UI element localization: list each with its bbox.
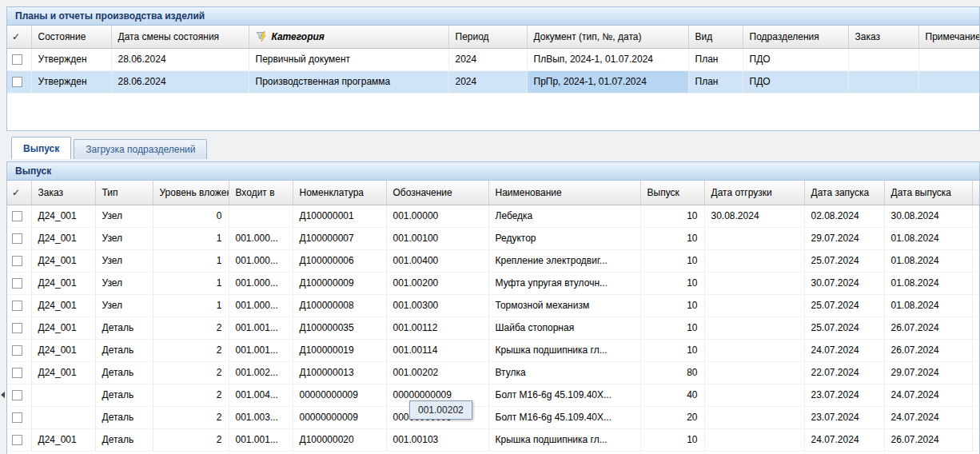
row-checkbox[interactable] <box>12 435 22 445</box>
cell-level[interactable]: 2 <box>153 339 229 361</box>
cell-select[interactable] <box>7 428 31 451</box>
cell-release-date[interactable]: 01.08.2024 <box>884 227 972 249</box>
cell-name[interactable]: Шайба стопорная <box>488 317 640 339</box>
cell-start-date[interactable]: 22.07.2024 <box>804 361 884 384</box>
cell-release-date[interactable]: 01.08.2024 <box>884 294 972 317</box>
cell-designation[interactable]: 001.00103 <box>386 428 488 451</box>
cell-level[interactable]: 2 <box>153 428 229 451</box>
cell-category[interactable]: Первичный документ <box>249 48 448 70</box>
cell-ship-date[interactable] <box>704 384 804 406</box>
output-row[interactable]: Д24_001 Узел 1 001.000... Д100000008 001… <box>7 294 980 317</box>
cell-select[interactable] <box>7 227 31 249</box>
row-checkbox[interactable] <box>12 211 22 221</box>
column-header-order[interactable]: Заказ <box>31 181 95 205</box>
cell-parent[interactable]: 001.001... <box>229 317 293 339</box>
column-header-kind[interactable]: Вид <box>688 26 743 48</box>
cell-level[interactable]: 1 <box>153 249 229 272</box>
cell-nomenclature[interactable]: Д100000013 <box>293 361 386 384</box>
cell-ship-date[interactable] <box>704 227 804 249</box>
cell-select[interactable] <box>7 384 31 406</box>
row-checkbox[interactable] <box>12 301 22 311</box>
output-row[interactable]: Деталь 2 001.004... 00000000009 00000000… <box>7 384 980 406</box>
cell-parent[interactable]: 001.001... <box>229 339 293 361</box>
output-row[interactable]: Д24_001 Деталь 2 001.001... Д100000019 0… <box>7 339 980 361</box>
column-header-ship-date[interactable]: Дата отгрузки <box>704 181 804 205</box>
cell-start-date[interactable]: 25.07.2024 <box>804 249 884 272</box>
cell-name[interactable]: Болт М16-6g 45.109.40Х... <box>488 384 640 406</box>
cell-release-date[interactable]: 24.07.2024 <box>884 384 972 406</box>
cell-parent[interactable]: 001.000... <box>229 272 293 294</box>
cell-parent[interactable]: 001.003... <box>229 406 293 428</box>
cell-parent[interactable] <box>229 205 293 227</box>
cell-order[interactable]: Д24_001 <box>31 361 95 384</box>
cell-state[interactable]: Утвержден <box>31 48 111 70</box>
cell-qty[interactable]: 10 <box>640 428 704 451</box>
cell-type[interactable]: Деталь <box>95 361 153 384</box>
cell-nomenclature[interactable]: Д100000020 <box>293 428 386 451</box>
column-header-name[interactable]: Наименование <box>488 181 640 205</box>
cell-start-date[interactable]: 02.08.2024 <box>804 205 884 227</box>
column-header-type[interactable]: Тип <box>95 181 153 205</box>
cell-release-date[interactable]: 26.07.2024 <box>884 317 972 339</box>
cell-release-date[interactable]: 24.07.2024 <box>884 406 972 428</box>
cell-release-date[interactable]: 26.07.2024 <box>884 428 972 451</box>
cell-select[interactable] <box>7 70 31 93</box>
column-header-note[interactable]: Примечание <box>918 26 980 48</box>
tab-vypusk[interactable]: Выпуск <box>11 137 71 159</box>
cell-name[interactable]: Лебедка <box>488 205 640 227</box>
output-row[interactable]: Деталь 2 001.003... 00000000009 00000000… <box>7 406 980 428</box>
cell-qty[interactable]: 10 <box>640 249 704 272</box>
cell-name[interactable]: Втулка <box>488 361 640 384</box>
cell-parent[interactable]: 001.001... <box>229 428 293 451</box>
cell-qty[interactable]: 10 <box>640 272 704 294</box>
column-header-qty[interactable]: Выпуск <box>640 181 704 205</box>
cell-designation[interactable]: 001.00400 <box>386 249 488 272</box>
cell-ship-date[interactable] <box>704 272 804 294</box>
cell-state-date[interactable]: 28.06.2024 <box>111 48 249 70</box>
cell-qty[interactable]: 20 <box>640 406 704 428</box>
cell-parent[interactable]: 001.000... <box>229 249 293 272</box>
cell-order[interactable] <box>848 48 918 70</box>
cell-level[interactable]: 2 <box>153 317 229 339</box>
cell-period[interactable]: 2024 <box>448 70 527 93</box>
output-row[interactable]: Д24_001 Деталь 2 001.001... Д100000035 0… <box>7 317 980 339</box>
cell-qty[interactable]: 10 <box>640 339 704 361</box>
cell-name[interactable]: Крепление электродвиг... <box>488 249 640 272</box>
output-row[interactable]: Д24_001 Узел 0 Д100000001 001.00000 Лебе… <box>7 205 980 227</box>
column-header-state[interactable]: Состояние <box>31 26 111 48</box>
cell-order[interactable] <box>31 384 95 406</box>
column-header-release-date[interactable]: Дата выпуска <box>884 181 972 205</box>
cell-type[interactable]: Деталь <box>95 339 153 361</box>
cell-order[interactable]: Д24_001 <box>31 339 95 361</box>
cell-release-date[interactable]: 30.08.2024 <box>884 205 972 227</box>
cell-ship-date[interactable] <box>704 294 804 317</box>
cell-type[interactable]: Узел <box>95 294 153 317</box>
cell-note[interactable] <box>918 70 980 93</box>
cell-nomenclature[interactable]: 00000000009 <box>293 406 386 428</box>
cell-qty[interactable]: 10 <box>640 227 704 249</box>
cell-type[interactable]: Деталь <box>95 384 153 406</box>
column-header-select-all[interactable]: ✓ <box>7 181 31 205</box>
cell-release-date[interactable]: 01.08.2024 <box>884 249 972 272</box>
cell-type[interactable]: Узел <box>95 205 153 227</box>
cell-designation[interactable]: 001.00300 <box>386 294 488 317</box>
cell-start-date[interactable]: 24.07.2024 <box>804 339 884 361</box>
column-header-select-all[interactable]: ✓ <box>7 26 31 48</box>
cell-start-date[interactable]: 24.07.2024 <box>804 428 884 451</box>
cell-level[interactable]: 0 <box>153 205 229 227</box>
cell-document[interactable]: ПлВып, 2024-1, 01.07.2024 <box>527 48 688 70</box>
output-row[interactable]: Д24_001 Узел 1 001.000... Д100000009 001… <box>7 272 980 294</box>
cell-parent[interactable]: 001.004... <box>229 384 293 406</box>
cell-nomenclature[interactable]: Д100000006 <box>293 249 386 272</box>
cell-name[interactable]: Тормозной механизм <box>488 294 640 317</box>
cell-name[interactable]: Крышка подшипника гл... <box>488 339 640 361</box>
cell-select[interactable] <box>7 339 31 361</box>
cell-start-date[interactable]: 29.07.2024 <box>804 227 884 249</box>
cell-period[interactable]: 2024 <box>448 48 527 70</box>
cell-nomenclature[interactable]: Д100000035 <box>293 317 386 339</box>
row-checkbox[interactable] <box>12 368 22 378</box>
row-checkbox[interactable] <box>12 77 22 87</box>
row-checkbox[interactable] <box>12 256 22 266</box>
cell-ship-date[interactable]: 30.08.2024 <box>704 205 804 227</box>
cell-document[interactable]: ПрПр, 2024-1, 01.07.2024 <box>527 70 688 93</box>
